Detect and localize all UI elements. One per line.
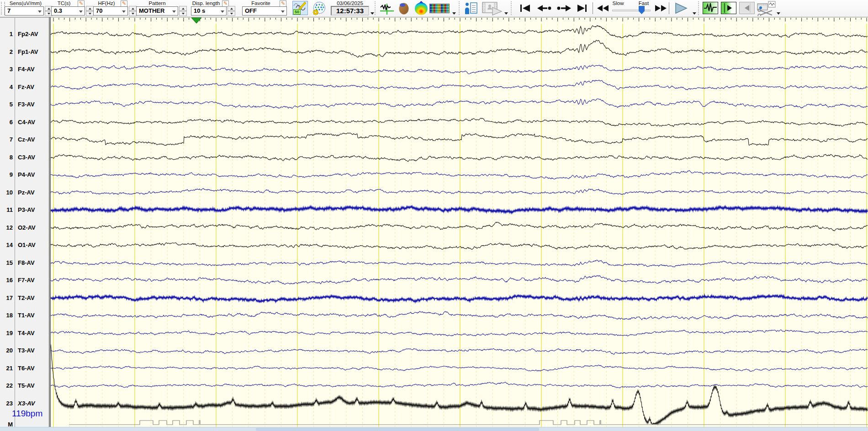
analysis-dropdown-caret-icon[interactable] [452, 12, 456, 15]
trace-area [50, 17, 868, 427]
channel-number: 16 [0, 277, 13, 284]
channel-name: T4-AV [18, 330, 35, 336]
channel-name: T6-AV [18, 365, 35, 372]
channel-row[interactable]: 3F4-AV [0, 66, 49, 74]
channel-row[interactable]: 12O2-AV [0, 224, 49, 232]
hf-combobox[interactable]: 70 [93, 6, 128, 16]
channel-row[interactable]: 17T2-AV [0, 294, 49, 303]
trend-waveform-icon [703, 2, 718, 14]
channel-row[interactable]: 5F3-AV [0, 101, 49, 109]
channel-number: 4 [0, 84, 13, 90]
speed-slider-track[interactable] [612, 10, 651, 11]
channel-name: X3-AV [18, 400, 35, 407]
channel-name: F3-AV [18, 101, 35, 108]
page-back-button[interactable] [535, 3, 553, 15]
page-forward-button[interactable] [556, 3, 573, 15]
go-first-button[interactable] [519, 3, 532, 15]
horizontal-scrollbar-thumb[interactable] [256, 428, 539, 431]
panel-edge-divider [49, 17, 50, 427]
channel-row[interactable]: 21T6-AV [0, 365, 49, 373]
pattern-combobox[interactable]: MOTHER [136, 6, 178, 16]
channel-row[interactable]: 11P3-AV [0, 206, 49, 215]
go-last-button[interactable] [576, 3, 588, 15]
date-label: 03/06/2025 [330, 0, 370, 6]
channel-row[interactable]: 4Fz-AV [0, 84, 49, 92]
sens-combobox[interactable]: 7 [5, 6, 44, 16]
spinner-up-button[interactable] [228, 6, 235, 11]
channel-row[interactable]: 23X3-AV [0, 400, 49, 408]
spinner-up-button[interactable] [179, 6, 187, 11]
channel-name: O1-AV [18, 242, 36, 248]
channel-row[interactable]: 15F8-AV [0, 259, 49, 268]
channel-number: 3 [0, 66, 13, 73]
eeg-review-window: Sens(uV/mm) 7 TC(s) ✎ 0.3 HF(Hz) ✎ 70 Pa… [0, 0, 868, 431]
clip-dropdown-caret-icon[interactable] [777, 12, 780, 15]
hf-spinner [129, 6, 137, 16]
channel-row[interactable]: 2Fp1-AV [0, 48, 49, 57]
channel-name: O2-AV [18, 224, 36, 231]
channel-row[interactable]: 7Cz-AV [0, 136, 49, 144]
channel-name: F7-AV [18, 277, 35, 284]
channel-name: P3-AV [18, 206, 35, 213]
slider-slow-label: Slow [610, 0, 626, 6]
channel-row[interactable]: 20T3-AV [0, 347, 49, 355]
play-dropdown-caret-icon[interactable] [693, 12, 696, 15]
waveform-cross-icon [379, 1, 395, 15]
waveform-marker-button[interactable] [379, 1, 395, 17]
notch-filter-button[interactable]: 50 [292, 1, 308, 15]
channel-row[interactable]: 14O1-AV [0, 242, 49, 250]
horizontal-scrollbar[interactable] [0, 427, 868, 431]
spinner-down-button[interactable] [228, 11, 235, 16]
hf-pencil-icon[interactable]: ✎ [121, 0, 127, 7]
video-review-button[interactable] [482, 1, 503, 17]
spinner-up-button[interactable] [129, 6, 137, 11]
channel-number: 19 [0, 330, 13, 336]
favorite-combobox[interactable]: OFF [242, 6, 287, 16]
back-disabled-button[interactable] [739, 2, 755, 14]
channel-name: F8-AV [18, 259, 35, 266]
channel-number: 7 [0, 136, 13, 143]
toolbar-separator [511, 1, 512, 15]
trend-review-button[interactable] [703, 2, 718, 14]
tc-combobox[interactable]: 0.3 [51, 6, 85, 16]
hf-label: HF(Hz) [93, 0, 120, 6]
channel-number: 9 [0, 171, 13, 178]
fast-forward-button[interactable] [653, 3, 668, 15]
channel-row[interactable]: 10Pz-AV [0, 189, 49, 197]
spinner-down-button[interactable] [86, 11, 94, 16]
speed-slider-thumb[interactable] [639, 6, 645, 14]
channel-row[interactable]: 16F7-AV [0, 277, 49, 285]
play-button[interactable] [673, 2, 689, 16]
spinner-down-icon [48, 13, 50, 15]
patient-info-button[interactable] [464, 2, 478, 16]
toolbar-separator [375, 1, 376, 15]
head-3d-map-button[interactable] [397, 1, 411, 17]
tc-pencil-icon[interactable]: ✎ [78, 0, 85, 7]
video-clip-cut-button[interactable] [757, 0, 777, 18]
channel-row[interactable]: 19T4-AV [0, 330, 49, 338]
channel-row[interactable]: 6C4-AV [0, 119, 49, 127]
dsa-trend-button[interactable] [429, 4, 450, 13]
channel-row[interactable]: 8C3-AV [0, 154, 49, 162]
channel-row[interactable]: 22T5-AV [0, 382, 49, 390]
spinner-up-button[interactable] [86, 6, 94, 11]
time-display[interactable]: 12:57:33 [331, 6, 369, 16]
electrode-map-settings-button[interactable] [312, 1, 327, 17]
channel-row[interactable]: 18T1-AV [0, 312, 49, 320]
topo-map-button[interactable] [413, 1, 429, 17]
channel-row[interactable]: 9P4-AV [0, 171, 49, 179]
toolbar-separator [669, 2, 669, 14]
spinner-down-button[interactable] [129, 11, 137, 16]
pattern-label: Pattern [136, 0, 178, 6]
spinner-down-button[interactable] [179, 11, 187, 16]
rewind-button[interactable] [596, 3, 610, 15]
pattern-spinner [179, 6, 187, 16]
video-dropdown-caret-icon[interactable] [504, 12, 508, 15]
channel-row[interactable]: 1Fp2-AV [0, 31, 49, 39]
eeg-trace-canvas[interactable] [51, 17, 868, 427]
disp-length-combobox[interactable]: 10 s [191, 6, 227, 16]
patient-info-icon [464, 2, 478, 15]
favorite-pencil-icon[interactable]: ✎ [280, 0, 286, 7]
play-marker-button[interactable] [721, 2, 736, 14]
time-dropdown-caret-icon[interactable] [370, 12, 374, 15]
